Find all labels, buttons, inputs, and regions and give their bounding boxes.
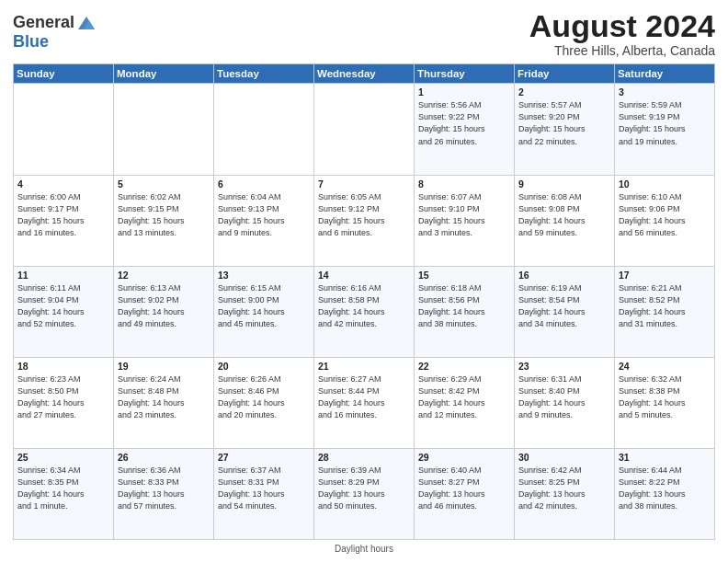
calendar-cell: 11Sunrise: 6:11 AM Sunset: 9:04 PM Dayli…	[14, 266, 114, 357]
day-info: Sunrise: 6:40 AM Sunset: 8:27 PM Dayligh…	[418, 465, 510, 512]
calendar-cell	[214, 84, 314, 175]
day-number: 14	[318, 270, 410, 281]
day-number: 5	[118, 178, 210, 190]
day-info: Sunrise: 6:10 AM Sunset: 9:06 PM Dayligh…	[619, 191, 711, 239]
day-info: Sunrise: 6:02 AM Sunset: 9:15 PM Dayligh…	[118, 191, 210, 239]
calendar-cell: 4Sunrise: 6:00 AM Sunset: 9:17 PM Daylig…	[14, 175, 114, 266]
calendar-header-cell: Friday	[515, 64, 615, 84]
calendar-week-row: 11Sunrise: 6:11 AM Sunset: 9:04 PM Dayli…	[14, 266, 715, 357]
calendar-cell: 30Sunrise: 6:42 AM Sunset: 8:25 PM Dayli…	[515, 448, 615, 539]
calendar-header-cell: Wednesday	[314, 64, 415, 84]
day-info: Sunrise: 6:32 AM Sunset: 8:38 PM Dayligh…	[619, 373, 711, 421]
day-number: 25	[17, 452, 109, 463]
day-info: Sunrise: 6:05 AM Sunset: 9:12 PM Dayligh…	[318, 191, 410, 239]
calendar-header-cell: Monday	[114, 64, 214, 84]
day-number: 24	[619, 361, 711, 372]
day-number: 7	[318, 178, 410, 190]
calendar-cell: 14Sunrise: 6:16 AM Sunset: 8:58 PM Dayli…	[314, 266, 415, 357]
calendar-cell: 17Sunrise: 6:21 AM Sunset: 8:52 PM Dayli…	[615, 266, 715, 357]
title-block: August 2024 Three Hills, Alberta, Canada	[529, 9, 715, 58]
day-number: 13	[218, 270, 310, 281]
calendar-cell: 16Sunrise: 6:19 AM Sunset: 8:54 PM Dayli…	[515, 266, 615, 357]
logo: General Blue	[13, 13, 97, 52]
main-title: August 2024	[529, 9, 715, 43]
day-info: Sunrise: 6:08 AM Sunset: 9:08 PM Dayligh…	[518, 191, 610, 239]
day-info: Sunrise: 6:27 AM Sunset: 8:44 PM Dayligh…	[318, 373, 410, 421]
day-info: Sunrise: 5:57 AM Sunset: 9:20 PM Dayligh…	[518, 99, 610, 147]
day-info: Sunrise: 6:07 AM Sunset: 9:10 PM Dayligh…	[418, 191, 510, 239]
day-number: 12	[118, 270, 210, 281]
calendar-cell: 5Sunrise: 6:02 AM Sunset: 9:15 PM Daylig…	[114, 175, 214, 266]
day-info: Sunrise: 6:00 AM Sunset: 9:17 PM Dayligh…	[17, 191, 109, 239]
calendar-week-row: 25Sunrise: 6:34 AM Sunset: 8:35 PM Dayli…	[14, 448, 715, 539]
day-number: 8	[418, 178, 510, 190]
calendar-cell: 3Sunrise: 5:59 AM Sunset: 9:19 PM Daylig…	[615, 84, 715, 175]
footer-note: Daylight hours	[13, 544, 715, 554]
calendar-week-row: 1Sunrise: 5:56 AM Sunset: 9:22 PM Daylig…	[14, 84, 715, 175]
day-number: 6	[218, 178, 310, 190]
day-number: 29	[418, 452, 510, 463]
day-number: 4	[17, 178, 109, 190]
calendar-header-cell: Thursday	[415, 64, 515, 84]
day-number: 11	[17, 270, 109, 281]
day-info: Sunrise: 6:37 AM Sunset: 8:31 PM Dayligh…	[218, 465, 310, 512]
calendar-cell	[314, 84, 415, 175]
calendar-cell: 7Sunrise: 6:05 AM Sunset: 9:12 PM Daylig…	[314, 175, 415, 266]
calendar-cell: 19Sunrise: 6:24 AM Sunset: 8:48 PM Dayli…	[114, 357, 214, 448]
day-number: 20	[218, 361, 310, 372]
calendar-cell: 2Sunrise: 5:57 AM Sunset: 9:20 PM Daylig…	[515, 84, 615, 175]
day-number: 15	[418, 270, 510, 281]
calendar-cell: 1Sunrise: 5:56 AM Sunset: 9:22 PM Daylig…	[415, 84, 515, 175]
day-info: Sunrise: 6:36 AM Sunset: 8:33 PM Dayligh…	[118, 465, 210, 512]
day-number: 3	[619, 86, 711, 98]
logo-general-text: General	[13, 14, 74, 32]
calendar-table: SundayMondayTuesdayWednesdayThursdayFrid…	[13, 63, 715, 540]
calendar-header-cell: Sunday	[14, 64, 114, 84]
calendar-cell: 23Sunrise: 6:31 AM Sunset: 8:40 PM Dayli…	[515, 357, 615, 448]
day-info: Sunrise: 6:31 AM Sunset: 8:40 PM Dayligh…	[518, 373, 610, 421]
calendar-cell: 6Sunrise: 6:04 AM Sunset: 9:13 PM Daylig…	[214, 175, 314, 266]
calendar-cell: 10Sunrise: 6:10 AM Sunset: 9:06 PM Dayli…	[615, 175, 715, 266]
day-number: 21	[318, 361, 410, 372]
day-number: 16	[518, 270, 610, 281]
calendar-cell	[114, 84, 214, 175]
day-number: 28	[318, 452, 410, 463]
day-number: 22	[418, 361, 510, 372]
day-number: 23	[518, 361, 610, 372]
day-info: Sunrise: 6:15 AM Sunset: 9:00 PM Dayligh…	[218, 282, 310, 330]
day-info: Sunrise: 6:23 AM Sunset: 8:50 PM Dayligh…	[17, 373, 109, 421]
calendar-body: 1Sunrise: 5:56 AM Sunset: 9:22 PM Daylig…	[14, 84, 715, 540]
day-number: 2	[518, 86, 610, 98]
day-number: 17	[619, 270, 711, 281]
calendar-cell: 9Sunrise: 6:08 AM Sunset: 9:08 PM Daylig…	[515, 175, 615, 266]
day-number: 19	[118, 361, 210, 372]
calendar-cell: 27Sunrise: 6:37 AM Sunset: 8:31 PM Dayli…	[214, 448, 314, 539]
day-info: Sunrise: 5:59 AM Sunset: 9:19 PM Dayligh…	[619, 99, 711, 147]
calendar-cell: 8Sunrise: 6:07 AM Sunset: 9:10 PM Daylig…	[415, 175, 515, 266]
day-info: Sunrise: 6:44 AM Sunset: 8:22 PM Dayligh…	[619, 465, 711, 512]
day-info: Sunrise: 6:11 AM Sunset: 9:04 PM Dayligh…	[17, 282, 109, 330]
day-info: Sunrise: 6:34 AM Sunset: 8:35 PM Dayligh…	[17, 465, 109, 512]
calendar-header-cell: Tuesday	[214, 64, 314, 84]
calendar-cell: 13Sunrise: 6:15 AM Sunset: 9:00 PM Dayli…	[214, 266, 314, 357]
day-info: Sunrise: 6:21 AM Sunset: 8:52 PM Dayligh…	[619, 282, 711, 330]
header: General Blue August 2024 Three Hills, Al…	[13, 9, 715, 58]
logo-blue-text: Blue	[13, 32, 49, 51]
subtitle: Three Hills, Alberta, Canada	[529, 43, 715, 58]
day-info: Sunrise: 6:18 AM Sunset: 8:56 PM Dayligh…	[418, 282, 510, 330]
calendar-cell: 24Sunrise: 6:32 AM Sunset: 8:38 PM Dayli…	[615, 357, 715, 448]
page: General Blue August 2024 Three Hills, Al…	[0, 0, 728, 563]
calendar-cell	[14, 84, 114, 175]
calendar-cell: 21Sunrise: 6:27 AM Sunset: 8:44 PM Dayli…	[314, 357, 415, 448]
calendar-cell: 20Sunrise: 6:26 AM Sunset: 8:46 PM Dayli…	[214, 357, 314, 448]
day-number: 27	[218, 452, 310, 463]
calendar-cell: 15Sunrise: 6:18 AM Sunset: 8:56 PM Dayli…	[415, 266, 515, 357]
day-number: 9	[518, 178, 610, 190]
calendar-cell: 31Sunrise: 6:44 AM Sunset: 8:22 PM Dayli…	[615, 448, 715, 539]
calendar-cell: 18Sunrise: 6:23 AM Sunset: 8:50 PM Dayli…	[14, 357, 114, 448]
day-number: 26	[118, 452, 210, 463]
day-info: Sunrise: 6:29 AM Sunset: 8:42 PM Dayligh…	[418, 373, 510, 421]
calendar-header-row: SundayMondayTuesdayWednesdayThursdayFrid…	[14, 64, 715, 84]
day-info: Sunrise: 6:24 AM Sunset: 8:48 PM Dayligh…	[118, 373, 210, 421]
day-info: Sunrise: 6:19 AM Sunset: 8:54 PM Dayligh…	[518, 282, 610, 330]
